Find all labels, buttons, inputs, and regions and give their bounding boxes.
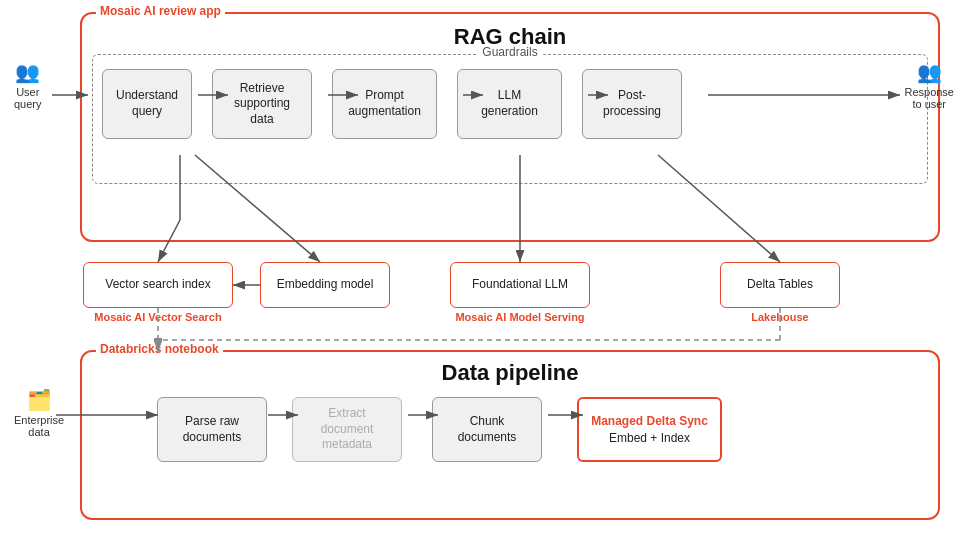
rag-outer-label: Mosaic AI review app [96,4,225,18]
step-extract: Extract document metadata [292,397,402,462]
foundational-llm-sublabel: Mosaic AI Model Serving [430,311,610,323]
vector-search-sublabel: Mosaic AI Vector Search [83,311,233,323]
managed-delta-sync-box: Managed Delta Sync Embed + Index [577,397,722,462]
step-prompt: Prompt augmentation [332,69,437,139]
diagram: Mosaic AI review app RAG chain Guardrail… [0,0,960,540]
step-llm: LLM generation [457,69,562,139]
pipeline-title: Data pipeline [82,360,938,386]
step-understand: Understand query [102,69,192,139]
step-post: Post- processing [582,69,682,139]
vector-search-box: Vector search index [83,262,233,308]
data-pipeline-box: Databricks notebook Data pipeline Parse … [80,350,940,520]
step-chunk: Chunk documents [432,397,542,462]
step-retrieve: Retrieve supporting data [212,69,312,139]
user-query: 👥 User query [14,60,42,110]
guardrails-label: Guardrails [476,45,543,59]
embedding-model-box: Embedding model [260,262,390,308]
step-parse: Parse raw documents [157,397,267,462]
delta-tables-sublabel: Lakehouse [720,311,840,323]
rag-chain-box: Mosaic AI review app RAG chain Guardrail… [80,12,940,242]
delta-tables-box: Delta Tables [720,262,840,308]
foundational-llm-box: Foundational LLM [450,262,590,308]
pipeline-outer-label: Databricks notebook [96,342,223,356]
enterprise-data: 🗂️ Enterprise data [14,388,64,438]
response-to-user: 👥 Response to user [904,60,954,110]
